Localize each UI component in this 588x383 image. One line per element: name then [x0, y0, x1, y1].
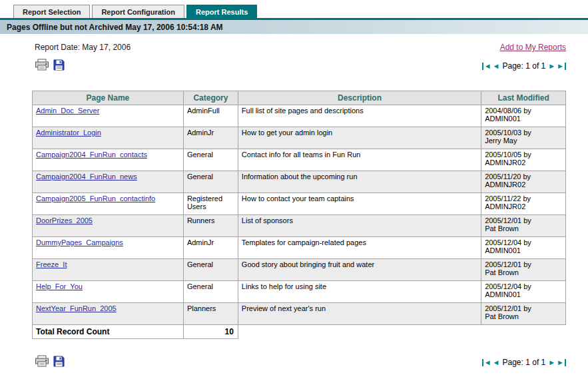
table-row: Administrator_LoginAdminJrHow to get you… — [33, 127, 566, 149]
report-meta-row: Report Date: May 17, 2006 Add to My Repo… — [32, 43, 566, 52]
page-name-cell: DummyPages_Campaigns — [33, 237, 184, 259]
table-row: Campaign2004_FunRun_contactsGeneralConta… — [33, 149, 566, 171]
category-cell: AdminFull — [183, 105, 238, 127]
column-header-page-name: Page Name — [33, 91, 184, 105]
description-cell: Information about the upcoming run — [238, 171, 481, 193]
page-name-link[interactable]: Freeze_It — [36, 260, 67, 268]
last-page-icon[interactable]: ► — [557, 63, 566, 70]
tab-report-selection[interactable]: Report Selection — [13, 5, 90, 18]
tab-report-results[interactable]: Report Results — [186, 5, 257, 18]
page-name-link[interactable]: Administrator_Login — [36, 129, 101, 137]
page-name-link[interactable]: Admin_Doc_Server — [36, 107, 99, 115]
category-cell: General — [183, 281, 238, 303]
bottom-tools-row: ◄ ◄ Page: 1 of 1 ► ► — [32, 355, 566, 367]
page-indicator: Page: 1 of 1 — [503, 61, 546, 71]
column-header-last-modified: Last Modified — [481, 91, 566, 105]
first-page-icon[interactable]: ◄ — [482, 359, 491, 366]
table-row: Admin_Doc_ServerAdminFullFull list of si… — [33, 105, 566, 127]
page-name-link[interactable]: Help_For_You — [36, 282, 83, 290]
print-icon[interactable] — [35, 355, 49, 367]
print-icon[interactable] — [35, 59, 49, 71]
report-tabbar: Report Selection Report Configuration Re… — [0, 0, 588, 18]
last-modified-cell: 2005/11/20 by ADMINJR02 — [481, 171, 566, 193]
tab-report-configuration[interactable]: Report Configuration — [92, 5, 184, 18]
last-modified-cell: 2005/11/22 by ADMINJR02 — [481, 193, 566, 215]
total-row-spacer — [238, 325, 481, 339]
bottom-icon-strip — [32, 355, 65, 367]
last-modified-cell: 2005/10/05 by ADMINJR02 — [481, 149, 566, 171]
top-tools-row: ◄ ◄ Page: 1 of 1 ► ► — [32, 59, 566, 71]
column-header-category: Category — [183, 91, 238, 105]
description-cell: Full list of site pages and descriptions — [238, 105, 481, 127]
description-cell: How to contact your team captains — [238, 193, 481, 215]
report-title-text: Pages Offline but not Archived May 17, 2… — [7, 23, 223, 32]
column-header-description: Description — [238, 91, 481, 105]
last-modified-cell: 2004/08/06 by ADMIN001 — [481, 105, 566, 127]
total-row-spacer — [481, 325, 566, 339]
report-date-label: Report Date: May 17, 2006 — [32, 43, 131, 52]
description-cell: Good story about bringing fruit and wate… — [238, 259, 481, 281]
page-name-link[interactable]: Campaign2005_FunRun_contactinfo — [36, 194, 155, 202]
page-name-cell: Freeze_It — [33, 259, 184, 281]
last-modified-cell: 2005/12/04 by ADMIN001 — [481, 281, 566, 303]
category-cell: General — [183, 171, 238, 193]
last-modified-cell: 2005/12/01 by Pat Brown — [481, 303, 566, 325]
report-results-content: Report Date: May 17, 2006 Add to My Repo… — [0, 34, 588, 367]
prev-page-icon[interactable]: ◄ — [493, 359, 500, 366]
description-cell: How to get your admin login — [238, 127, 481, 149]
description-cell: Preview of next year's run — [238, 303, 481, 325]
table-row: Help_For_YouGeneralLinks to help for usi… — [33, 281, 566, 303]
page-name-cell: Administrator_Login — [33, 127, 184, 149]
total-row: Total Record Count 10 — [33, 325, 566, 339]
category-cell: AdminJr — [183, 237, 238, 259]
save-icon[interactable] — [53, 356, 65, 367]
top-pager: ◄ ◄ Page: 1 of 1 ► ► — [482, 61, 566, 71]
page-name-link[interactable]: DummyPages_Campaigns — [36, 238, 123, 246]
top-icon-strip — [32, 59, 65, 71]
page-name-cell: Campaign2004_FunRun_contacts — [33, 149, 184, 171]
next-page-icon[interactable]: ► — [548, 359, 555, 366]
page-name-cell: Campaign2004_FunRun_news — [33, 171, 184, 193]
page-name-cell: DoorPrizes_2005 — [33, 215, 184, 237]
last-modified-cell: 2005/12/01 by Pat Brown — [481, 215, 566, 237]
category-cell: Registered Users — [183, 193, 238, 215]
page-name-link[interactable]: Campaign2004_FunRun_contacts — [36, 151, 147, 159]
report-title-bar: Pages Offline but not Archived May 17, 2… — [0, 20, 588, 34]
category-cell: General — [183, 149, 238, 171]
last-modified-cell: 2005/10/03 by Jerry May — [481, 127, 566, 149]
description-cell: Templates for campaign-related pages — [238, 237, 481, 259]
category-cell: Planners — [183, 303, 238, 325]
report-results-table: Page Name Category Description Last Modi… — [32, 91, 566, 339]
first-page-icon[interactable]: ◄ — [482, 63, 491, 70]
last-modified-cell: 2005/12/01 by Pat Brown — [481, 259, 566, 281]
category-cell: General — [183, 259, 238, 281]
table-row: DoorPrizes_2005RunnersList of sponsors20… — [33, 215, 566, 237]
save-icon[interactable] — [53, 59, 65, 71]
table-row: DummyPages_CampaignsAdminJrTemplates for… — [33, 237, 566, 259]
description-cell: Links to help for using site — [238, 281, 481, 303]
page-name-cell: Admin_Doc_Server — [33, 105, 184, 127]
next-page-icon[interactable]: ► — [548, 63, 555, 70]
category-cell: Runners — [183, 215, 238, 237]
add-to-my-reports-link[interactable]: Add to My Reports — [500, 43, 566, 52]
table-row: NextYear_FunRun_2005PlannersPreview of n… — [33, 303, 566, 325]
last-modified-cell: 2005/12/04 by ADMIN001 — [481, 237, 566, 259]
page-name-cell: NextYear_FunRun_2005 — [33, 303, 184, 325]
page-name-cell: Campaign2005_FunRun_contactinfo — [33, 193, 184, 215]
page-name-link[interactable]: NextYear_FunRun_2005 — [36, 304, 117, 312]
table-row: Campaign2004_FunRun_newsGeneralInformati… — [33, 171, 566, 193]
total-record-count-label: Total Record Count — [33, 325, 184, 339]
table-row: Campaign2005_FunRun_contactinfoRegistere… — [33, 193, 566, 215]
table-header-row: Page Name Category Description Last Modi… — [33, 91, 566, 105]
last-page-icon[interactable]: ► — [557, 359, 566, 366]
category-cell: AdminJr — [183, 127, 238, 149]
bottom-pager: ◄ ◄ Page: 1 of 1 ► ► — [482, 358, 566, 367]
total-record-count-value: 10 — [183, 325, 238, 339]
prev-page-icon[interactable]: ◄ — [493, 63, 500, 70]
page-name-link[interactable]: Campaign2004_FunRun_news — [36, 173, 137, 181]
page-indicator: Page: 1 of 1 — [503, 358, 546, 367]
table-row: Freeze_ItGeneralGood story about bringin… — [33, 259, 566, 281]
report-table-body: Admin_Doc_ServerAdminFullFull list of si… — [33, 105, 566, 325]
description-cell: Contact info for all teams in Fun Run — [238, 149, 481, 171]
page-name-link[interactable]: DoorPrizes_2005 — [36, 216, 93, 224]
